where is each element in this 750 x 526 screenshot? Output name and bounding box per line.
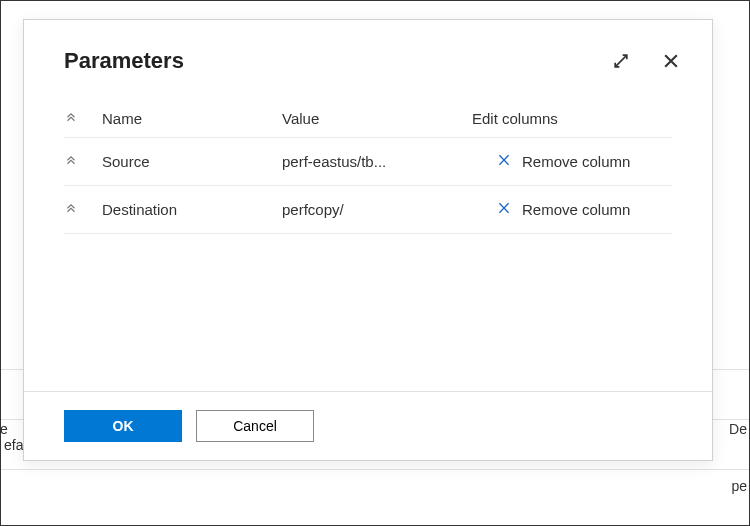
column-header-name[interactable]: Name [102,110,282,127]
x-icon [496,152,512,171]
bg-text-frag: pe [731,478,747,494]
table-row: Destination perfcopy/ Remove column [64,186,672,234]
bg-text-frag: te [0,421,8,437]
remove-column-button[interactable]: Remove column [496,152,630,171]
table-row: Source perf-eastus/tb... Remove column [64,138,672,186]
dialog-header: Parameters [24,20,712,82]
close-icon[interactable] [660,50,682,72]
row-name: Source [102,153,282,170]
remove-label: Remove column [522,153,630,170]
column-header-value[interactable]: Value [282,110,472,127]
chevron-up-icon[interactable] [64,112,78,126]
parameters-dialog: Parameters Name Value Edit columns [23,19,713,461]
cancel-button[interactable]: Cancel [196,410,314,442]
table-header-row: Name Value Edit columns [64,100,672,138]
column-header-edit[interactable]: Edit columns [472,110,672,127]
x-icon [496,200,512,219]
dialog-title: Parameters [64,48,610,74]
remove-label: Remove column [522,201,630,218]
row-value: perf-eastus/tb... [282,153,472,170]
row-value: perfcopy/ [282,201,472,218]
expand-icon[interactable] [610,50,632,72]
chevron-up-icon[interactable] [64,203,78,217]
dialog-footer: OK Cancel [24,391,712,460]
ok-button[interactable]: OK [64,410,182,442]
parameters-table: Name Value Edit columns Source perf-east… [24,82,712,391]
chevron-up-icon[interactable] [64,155,78,169]
remove-column-button[interactable]: Remove column [496,200,630,219]
row-name: Destination [102,201,282,218]
bg-text-frag: De [729,421,747,437]
